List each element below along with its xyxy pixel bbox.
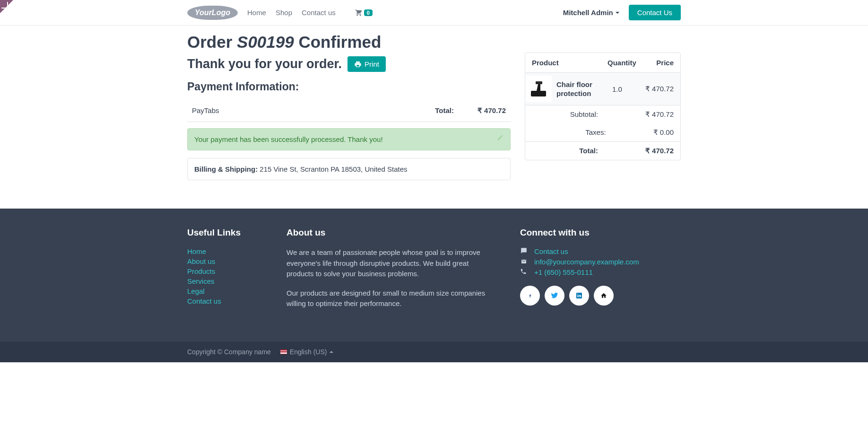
title-prefix: Order [187, 33, 237, 51]
page-title: Order S00199 Confirmed [187, 33, 511, 52]
title-suffix: Confirmed [294, 33, 382, 51]
payment-method-label: PayTabs [192, 106, 219, 115]
copyright-text: Copyright © Company name [187, 348, 271, 356]
language-selector[interactable]: English (US) [280, 348, 334, 356]
product-name: Chair floor protection [556, 80, 612, 98]
billing-shipping-card: Billing & Shipping: 215 Vine St, Scranto… [187, 158, 511, 180]
language-label: English (US) [290, 348, 327, 356]
summary-col-product: Product [532, 59, 608, 67]
home-icon [600, 292, 608, 299]
nav-link-contact[interactable]: Contact us [302, 9, 336, 17]
edit-mode-corner-badge[interactable] [0, 0, 13, 13]
summary-col-price: Price [641, 59, 674, 67]
chevron-up-icon [330, 351, 333, 353]
about-pa//ragraph-2: Our products are designed for small to m… [286, 288, 490, 309]
nav-link-home[interactable]: Home [247, 9, 266, 17]
connect-heading: Connect with us [520, 227, 681, 238]
order-number: S00199 [237, 33, 294, 51]
svg-rect-1 [536, 81, 542, 84]
footer-contact-link[interactable]: Contact us [534, 247, 568, 255]
cart-button[interactable]: 0 [355, 9, 373, 17]
summary-total-label: Total: [532, 147, 645, 155]
facebook-icon [528, 291, 532, 300]
footer-link-products[interactable]: Products [187, 267, 215, 275]
footer-link-about[interactable]: About us [187, 257, 215, 265]
summary-line-item: Chair floor protection 1.0 ₹ 470.72 [525, 73, 680, 105]
nav-link-shop[interactable]: Shop [276, 9, 292, 17]
summary-col-quantity: Quantity [608, 59, 641, 67]
user-menu-dropdown[interactable]: Mitchell Admin [563, 9, 619, 17]
facebook-button[interactable] [520, 286, 540, 306]
about-us-heading: About us [286, 227, 490, 238]
main-navbar: YourLogo Home Shop Contact us 0 Mitchell… [0, 0, 868, 26]
payment-info-heading: Payment Information: [187, 80, 511, 93]
subtotal-value: ₹ 470.72 [645, 110, 674, 119]
envelope-icon [520, 258, 528, 266]
footer-link-legal[interactable]: Legal [187, 287, 205, 295]
footer-link-home[interactable]: Home [187, 247, 206, 255]
site-logo[interactable]: YourLogo [187, 6, 238, 20]
cart-count-badge: 0 [364, 9, 373, 16]
linkedin-icon [575, 292, 583, 299]
linkedin-button[interactable] [569, 286, 589, 306]
subtotal-label: Subtotal: [532, 110, 645, 119]
summary-total-value: ₹ 470.72 [645, 147, 674, 155]
svg-rect-0 [531, 91, 546, 96]
useful-links-heading: Useful Links [187, 227, 272, 238]
thank-you-heading: Thank you for your order. [187, 57, 342, 71]
product-price: ₹ 470.72 [641, 85, 674, 93]
pencil-icon [497, 134, 503, 141]
footer-email-link[interactable]: info@yourcompany.example.com [534, 258, 639, 266]
success-message: Your payment has been successfully proce… [194, 135, 383, 143]
product-image [525, 76, 552, 102]
contact-us-button[interactable]: Contact Us [629, 5, 681, 20]
print-icon [354, 61, 362, 68]
twitter-button[interactable] [545, 286, 564, 306]
order-summary-panel: Product Quantity Price Chair floor prote… [525, 52, 681, 160]
payment-total-value: ₹ 470.72 [477, 106, 506, 115]
billing-label: Billing & Shipping: [194, 165, 258, 173]
twitter-icon [550, 292, 559, 299]
taxes-value: ₹ 0.00 [653, 128, 674, 137]
flag-icon [280, 350, 287, 354]
main-content: Order S00199 Confirmed Thank you for you… [0, 26, 868, 209]
phone-icon [520, 268, 528, 276]
footer-link-services[interactable]: Services [187, 277, 215, 285]
footer-phone-link[interactable]: +1 (650) 555-0111 [534, 268, 593, 276]
home-social-button[interactable] [594, 286, 614, 306]
page-footer: Useful Links Home About us Products Serv… [0, 209, 868, 362]
billing-address: 215 Vine St, Scranton PA 18503, United S… [258, 165, 407, 173]
taxes-label: Taxes: [532, 128, 653, 137]
edit-alert-button[interactable] [497, 134, 503, 142]
user-name-label: Mitchell Admin [563, 9, 613, 17]
print-label: Print [365, 60, 379, 68]
chevron-down-icon [616, 12, 619, 14]
product-quantity: 1.0 [612, 85, 641, 93]
payment-row: PayTabs Total: ₹ 470.72 [187, 102, 511, 122]
about-paragraph-1: We are a team of passionate people whose… [286, 247, 490, 280]
comment-icon [520, 247, 528, 255]
payment-total-label: Total: [435, 106, 454, 115]
footer-link-contact[interactable]: Contact us [187, 297, 221, 305]
payment-success-alert: Your payment has been successfully proce… [187, 128, 511, 150]
cart-icon [355, 9, 363, 17]
print-button[interactable]: Print [347, 56, 386, 72]
